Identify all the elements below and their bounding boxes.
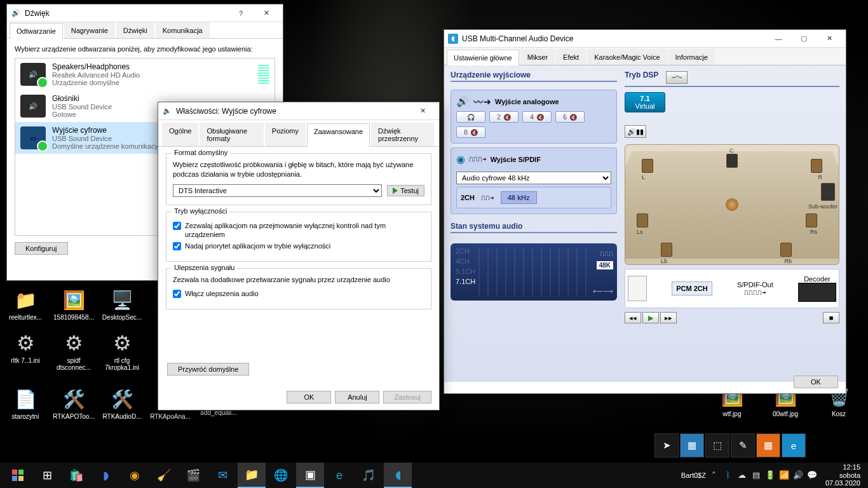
spdif-out-label: S/PDIF-Out xyxy=(737,281,773,288)
tab-playback[interactable]: Odtwarzanie xyxy=(10,23,63,39)
tab-general[interactable]: Ogólne xyxy=(162,123,198,146)
qa-tile[interactable]: ⬚ xyxy=(705,433,729,458)
virtual-71-button[interactable]: 7.1Virtual xyxy=(625,92,665,112)
configure-button[interactable]: Konfiguruj xyxy=(15,242,68,255)
onedrive-icon[interactable]: ☁ xyxy=(736,470,748,481)
qa-tile[interactable]: ➤ xyxy=(654,433,679,458)
svg-rect-1 xyxy=(18,470,24,475)
tab-comm[interactable]: Komunikacja xyxy=(156,22,210,38)
titlebar[interactable]: 🔈 Właściwości: Wyjście cyfrowe ✕ xyxy=(158,102,439,120)
tab-advanced[interactable]: Zaawansowane xyxy=(307,123,370,147)
qa-tile[interactable]: ▦ xyxy=(680,433,704,458)
ch6-button[interactable]: 6 🔇 xyxy=(555,111,585,123)
apply-button[interactable]: Zastosuj xyxy=(383,391,431,403)
help-button[interactable]: ? xyxy=(228,4,254,22)
desktop-icon[interactable]: ⚙rtl cfg 7kropka1.ini xyxy=(98,328,146,379)
desktop-icon[interactable]: 🛠️RTKAPOToo... xyxy=(50,384,98,435)
ch8-button[interactable]: 8 🔇 xyxy=(456,126,485,138)
ch2-button[interactable]: 2 🔇 xyxy=(489,111,519,123)
section-output: Urządzenie wyjściowe xyxy=(451,71,617,82)
tab-levels[interactable]: Poziomy xyxy=(265,123,306,146)
qa-tile[interactable]: e xyxy=(782,433,806,458)
qa-tile[interactable]: ✎ xyxy=(731,433,755,458)
window-title: USB Multi-Channel Audio Device xyxy=(462,34,766,43)
minimize-button[interactable]: — xyxy=(766,30,791,48)
desktop-icon[interactable]: ⚙spidf dtsconnec... xyxy=(50,328,98,379)
restore-defaults-button[interactable]: Przywróć domyślne xyxy=(167,363,249,376)
volume-button[interactable]: 🔊▮▮ xyxy=(625,125,646,138)
checkbox-exclusive2[interactable]: Nadaj priorytet aplikacjom w trybie wyłą… xyxy=(173,241,424,250)
speaker-room-diagram[interactable]: L C R Sub-woofer Ls Rs Lb Rb xyxy=(625,144,839,265)
clock[interactable]: 12:15 sobota 07.03.2020 xyxy=(825,463,860,487)
mpc-icon[interactable]: 🎬 xyxy=(179,463,207,488)
ccleaner-icon[interactable]: 🧹 xyxy=(150,463,178,488)
device-item[interactable]: 🔊 Speakers/Headphones Realtek Advanced H… xyxy=(15,58,275,90)
volume-icon[interactable]: 🔊 xyxy=(792,470,804,481)
store-icon[interactable]: 🛍️ xyxy=(62,463,90,488)
cancel-button[interactable]: Anuluj xyxy=(335,391,379,403)
maximize-button[interactable]: ▢ xyxy=(791,30,817,48)
tab-sounds[interactable]: Dźwięki xyxy=(116,22,154,38)
group-enhancements: Ulepszenia sygnału Zezwala na dodatkowe … xyxy=(166,268,431,309)
ch4-button[interactable]: 4 🔇 xyxy=(522,111,552,123)
user-label[interactable]: Bart0$Z xyxy=(681,471,706,479)
play-button[interactable]: ▶ xyxy=(642,312,659,323)
dolby-icon[interactable]: ▣ xyxy=(296,463,324,488)
vpn-icon[interactable]: ◗ xyxy=(92,463,119,488)
usb-audio-icon[interactable]: ◖ xyxy=(384,463,412,488)
prev-button[interactable]: ◂◂ xyxy=(625,312,641,323)
bluetooth-icon[interactable]: ᛒ xyxy=(722,470,734,481)
mail-icon[interactable]: ✉ xyxy=(208,463,236,488)
titlebar[interactable]: ◖ USB Multi-Channel Audio Device — ▢ ✕ xyxy=(444,30,846,48)
tab-effect[interactable]: Efekt xyxy=(556,49,586,65)
tab-main[interactable]: Ustawienie główne xyxy=(447,50,519,65)
usb-tabs: Ustawienie główne Mikser Efekt Karaoke/M… xyxy=(444,48,846,65)
spdif-select[interactable]: Audio cyfrowe 48 kHz xyxy=(456,172,611,184)
tab-karaoke[interactable]: Karaoke/Magic Voice xyxy=(587,49,667,65)
checkbox-enhance[interactable]: Włącz ulepszenia audio xyxy=(173,289,424,298)
desktop-icon[interactable]: 🛠️RTKAudioD... xyxy=(98,384,146,435)
desktop-icon[interactable]: 📄starozytni xyxy=(1,384,50,435)
taskview-button[interactable]: ⊞ xyxy=(33,463,61,488)
battery-icon[interactable]: 🔋 xyxy=(764,470,776,481)
headphone-button[interactable]: 🎧 xyxy=(456,111,485,123)
ok-button[interactable]: OK xyxy=(287,391,331,403)
tab-recording[interactable]: Nagrywanie xyxy=(64,22,115,38)
app-icon[interactable]: ◉ xyxy=(121,463,149,488)
group-default-format: Format domyślny Wybierz częstotliwość pr… xyxy=(166,153,431,205)
checkbox-exclusive1[interactable]: Zezwalaj aplikacjom na przejmowanie wyłą… xyxy=(173,221,424,240)
svg-rect-2 xyxy=(12,476,17,481)
next-button[interactable]: ▸▸ xyxy=(660,312,677,323)
wifi-icon[interactable]: 📶 xyxy=(778,470,790,481)
sound-icon: 🔊 xyxy=(11,8,21,18)
ok-button[interactable]: OK xyxy=(794,376,838,388)
section-status: Stan systemu audio xyxy=(451,222,617,233)
explorer-icon[interactable]: 📁 xyxy=(238,463,266,488)
action-center-icon[interactable]: 💬 xyxy=(806,470,818,481)
close-button[interactable]: ✕ xyxy=(254,4,279,22)
close-button[interactable]: ✕ xyxy=(410,102,435,120)
close-button[interactable]: ✕ xyxy=(817,30,842,48)
pc-icon xyxy=(628,276,647,301)
edge-icon[interactable]: e xyxy=(325,463,353,488)
stop-button[interactable]: ■ xyxy=(823,312,839,323)
test-button[interactable]: Testuj xyxy=(387,185,424,196)
format-select[interactable]: DTS Interactive xyxy=(173,184,382,197)
desktop-icon[interactable]: ⚙rltk 7..1.ini xyxy=(1,328,50,379)
start-button[interactable] xyxy=(4,463,32,488)
tab-info[interactable]: Informacje xyxy=(668,49,715,65)
titlebar[interactable]: 🔊 Dźwięk ? ✕ xyxy=(7,4,283,22)
decoder-label: Decoder xyxy=(798,275,836,283)
window-title: Właściwości: Wyjście cyfrowe xyxy=(176,107,410,116)
dsp-toggle-button[interactable] xyxy=(666,71,688,84)
2ch-label: 2CH xyxy=(461,194,475,201)
sound-icon[interactable]: 🎵 xyxy=(355,463,383,488)
qa-tile[interactable]: ▦ xyxy=(756,433,780,458)
tray-chevron[interactable]: ˄ xyxy=(709,470,720,481)
tab-formats[interactable]: Obsługiwane formaty xyxy=(200,123,263,146)
tab-mixer[interactable]: Mikser xyxy=(520,49,555,65)
chrome-icon[interactable]: 🌐 xyxy=(267,463,295,488)
sound-tabs: Odtwarzanie Nagrywanie Dźwięki Komunikac… xyxy=(7,22,283,39)
tab-spatial[interactable]: Dźwięk przestrzenny xyxy=(371,123,434,146)
tray-icon[interactable]: ▤ xyxy=(750,470,762,481)
